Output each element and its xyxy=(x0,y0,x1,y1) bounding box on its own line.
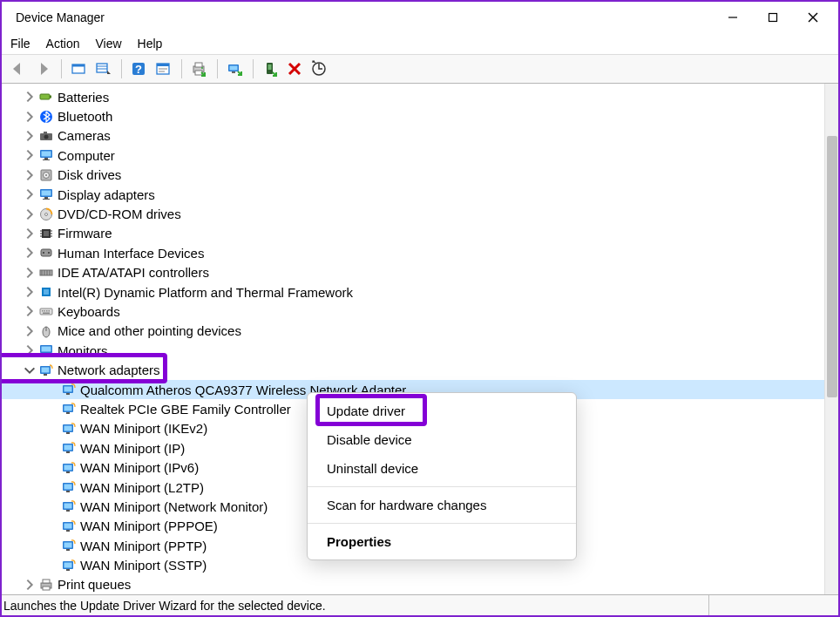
view-mode-icon[interactable] xyxy=(91,58,114,80)
tree-category-label: IDE ATA/ATAPI controllers xyxy=(58,265,209,280)
ctx-scan-hardware[interactable]: Scan for hardware changes xyxy=(308,491,576,519)
maximize-button[interactable] xyxy=(753,2,793,33)
chevron-right-icon[interactable] xyxy=(23,285,37,299)
chevron-right-icon[interactable] xyxy=(23,110,37,124)
chevron-right-icon[interactable] xyxy=(23,227,37,241)
chevron-right-icon[interactable] xyxy=(23,90,37,104)
svg-rect-81 xyxy=(42,367,50,372)
svg-rect-40 xyxy=(43,159,50,160)
tree-category-label: Computer xyxy=(58,148,115,163)
tree-category[interactable]: Human Interface Devices xyxy=(2,243,824,262)
tree-category[interactable]: Network adapters xyxy=(2,360,824,379)
svg-rect-84 xyxy=(64,387,72,392)
ctx-disable-device[interactable]: Disable device xyxy=(308,425,576,454)
chevron-down-icon[interactable] xyxy=(23,363,37,377)
scan-hardware-icon[interactable] xyxy=(308,58,330,80)
vertical-scrollbar[interactable] xyxy=(824,84,838,594)
toolbar-separator xyxy=(253,59,254,78)
install-driver-icon[interactable] xyxy=(259,58,281,80)
svg-rect-82 xyxy=(44,374,47,376)
tree-category[interactable]: Print queues xyxy=(2,575,824,594)
monitor-icon xyxy=(38,342,54,358)
uninstall-icon[interactable] xyxy=(283,58,306,80)
battery-icon xyxy=(38,89,54,105)
chevron-right-icon[interactable] xyxy=(23,343,37,357)
tree-category[interactable]: Cameras xyxy=(2,126,824,146)
tree-category[interactable]: IDE ATA/ATAPI controllers xyxy=(2,263,824,282)
menu-view[interactable]: View xyxy=(95,37,121,51)
properties-icon[interactable] xyxy=(152,58,174,80)
print-icon[interactable] xyxy=(187,58,210,80)
svg-rect-9 xyxy=(72,64,85,67)
toolbar: ? xyxy=(2,54,838,84)
svg-text:?: ? xyxy=(135,63,142,76)
tree-category[interactable]: Firmware xyxy=(2,224,824,243)
menubar: File Action View Help xyxy=(2,33,838,54)
minimize-button[interactable] xyxy=(713,2,753,33)
tree-category[interactable]: Mice and other pointing devices xyxy=(2,322,824,341)
chevron-right-icon[interactable] xyxy=(23,324,37,338)
chevron-right-icon[interactable] xyxy=(23,187,37,201)
chevron-right-icon[interactable] xyxy=(23,129,37,143)
keyboard-icon xyxy=(38,303,54,319)
svg-rect-109 xyxy=(66,549,70,551)
tree-device-label: WAN Miniport (IPv6) xyxy=(80,460,199,475)
network-adapter-icon xyxy=(61,519,77,534)
tree-category[interactable]: Intel(R) Dynamic Platform and Thermal Fr… xyxy=(2,282,824,302)
tree-category-label: Human Interface Devices xyxy=(58,246,204,261)
svg-rect-73 xyxy=(43,313,50,315)
svg-rect-69 xyxy=(42,310,44,312)
tree-category[interactable]: Display adapters xyxy=(2,185,824,204)
update-driver-icon[interactable] xyxy=(223,58,246,80)
network-adapter-icon xyxy=(61,498,77,514)
tree-category[interactable]: Disk drives xyxy=(2,166,824,185)
svg-rect-88 xyxy=(66,412,70,414)
menu-help[interactable]: Help xyxy=(138,37,163,51)
scrollbar-thumb[interactable] xyxy=(827,136,837,397)
ide-icon xyxy=(38,265,54,281)
monitor-icon xyxy=(38,147,54,163)
tree-device-label: WAN Miniport (Network Monitor) xyxy=(80,499,268,514)
chevron-right-icon[interactable] xyxy=(23,168,37,182)
svg-rect-31 xyxy=(40,94,50,99)
ctx-uninstall-device[interactable]: Uninstall device xyxy=(308,454,576,483)
tree-category[interactable]: Computer xyxy=(2,146,824,165)
tree-category[interactable]: Monitors xyxy=(2,341,824,360)
tree-device-label: WAN Miniport (IP) xyxy=(80,441,185,456)
close-button[interactable] xyxy=(793,2,833,33)
tree-device-label: Realtek PCIe GBE Family Controller xyxy=(80,402,291,417)
menu-action[interactable]: Action xyxy=(46,37,80,51)
chevron-right-icon[interactable] xyxy=(23,148,37,162)
ctx-properties[interactable]: Properties xyxy=(308,527,576,556)
chevron-right-icon[interactable] xyxy=(23,246,37,260)
tree-category[interactable]: Bluetooth xyxy=(2,106,824,125)
svg-point-43 xyxy=(45,174,47,176)
back-icon[interactable] xyxy=(7,58,30,80)
svg-rect-5 xyxy=(769,14,777,22)
forward-icon[interactable] xyxy=(31,58,54,80)
svg-rect-77 xyxy=(42,347,51,352)
menu-file[interactable]: File xyxy=(10,37,30,51)
network-adapter-icon xyxy=(61,421,77,437)
status-text: Launches the Update Driver Wizard for th… xyxy=(3,599,326,613)
tree-category-label: Disk drives xyxy=(58,167,121,182)
chevron-right-icon[interactable] xyxy=(23,266,37,280)
statusbar-separator xyxy=(708,595,709,615)
tree-device-label: WAN Miniport (PPPOE) xyxy=(80,519,218,533)
tree-category[interactable]: DVD/CD-ROM drives xyxy=(2,204,824,223)
chevron-right-icon[interactable] xyxy=(23,304,37,318)
svg-rect-103 xyxy=(66,510,70,512)
tree-device-label: WAN Miniport (PPTP) xyxy=(80,539,207,553)
show-hidden-icon[interactable] xyxy=(67,58,90,80)
tree-category-label: Mice and other pointing devices xyxy=(58,323,241,338)
ctx-update-driver[interactable]: Update driver xyxy=(308,397,576,425)
hid-icon xyxy=(38,245,54,261)
chevron-right-icon[interactable] xyxy=(23,207,37,221)
chevron-right-icon[interactable] xyxy=(23,578,37,592)
svg-rect-25 xyxy=(232,71,235,73)
tree-device-label: WAN Miniport (IKEv2) xyxy=(80,421,207,436)
tree-category[interactable]: Batteries xyxy=(2,87,824,106)
cd-icon xyxy=(38,207,54,222)
tree-category[interactable]: Keyboards xyxy=(2,302,824,321)
help-icon[interactable]: ? xyxy=(127,58,150,80)
